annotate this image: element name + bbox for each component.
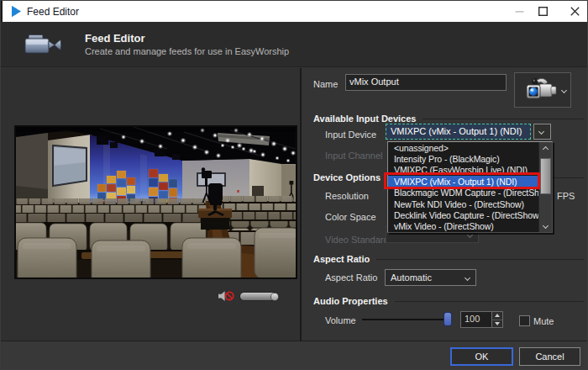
- maximize-icon: [538, 7, 548, 16]
- dialog-title: Feed Editor: [85, 32, 145, 45]
- volume-spin-input[interactable]: 100: [460, 311, 503, 328]
- aspect-ratio-combobox[interactable]: Automatic: [385, 269, 476, 286]
- close-button[interactable]: [558, 1, 588, 22]
- mute-label: Mute: [533, 316, 554, 326]
- dialog-header: Feed Editor Create and manage feeds for …: [1, 22, 587, 67]
- settings-panel: Name vMix Output: [302, 68, 588, 341]
- scrollbar-thumb[interactable]: [540, 158, 551, 194]
- dropdown-item[interactable]: VMIXPC (EasyWorship Live) (NDI): [388, 165, 540, 176]
- video-camera-icon: [525, 75, 559, 107]
- volume-slider[interactable]: [362, 313, 451, 326]
- fps-label: FPS: [557, 191, 575, 201]
- dropdown-scrollbar[interactable]: [538, 142, 552, 232]
- spin-down-button[interactable]: [492, 320, 502, 328]
- aspect-ratio-label: Aspect Ratio: [325, 272, 377, 283]
- video-preview: [14, 125, 297, 279]
- slider-track: [362, 319, 451, 320]
- preview-volume-slider[interactable]: [240, 293, 278, 300]
- titlebar: Feed Editor: [1, 1, 587, 22]
- dropdown-item-selected[interactable]: VMIXPC (vMix - Output 1) (NDI): [388, 176, 540, 187]
- scroll-down-arrow[interactable]: [539, 221, 552, 232]
- group-title: Device Options: [313, 172, 381, 182]
- dropdown-items: <unassigned> Intensity Pro - (BlackMagic…: [388, 142, 540, 232]
- dropdown-item[interactable]: Intensity Pro - (BlackMagic): [388, 153, 540, 164]
- scroll-up-arrow[interactable]: [539, 142, 552, 153]
- input-channel-label: Input Channel: [325, 151, 383, 161]
- maximize-button[interactable]: [526, 1, 559, 22]
- group-divider-line: [376, 259, 584, 260]
- group-audio-properties: Audio Properties: [313, 296, 584, 306]
- name-label: Name: [313, 79, 338, 89]
- triangle-up-icon: [495, 314, 500, 317]
- chevron-down-icon: [467, 232, 473, 238]
- cancel-button[interactable]: Cancel: [519, 347, 580, 366]
- chevron-down-icon: [561, 87, 567, 93]
- spin-up-button[interactable]: [492, 312, 502, 320]
- chevron-down-icon: [543, 222, 549, 228]
- chevron-down-icon: [465, 275, 470, 281]
- group-aspect-ratio: Aspect Ratio: [313, 254, 584, 264]
- video-standard-label: Video Standard: [325, 235, 389, 245]
- app-logo-icon: [10, 5, 23, 18]
- volume-value: 100: [465, 314, 480, 324]
- group-title: Audio Properties: [313, 296, 388, 306]
- minimize-icon: [515, 7, 524, 16]
- close-icon: [570, 7, 580, 16]
- spin-buttons: [491, 312, 502, 327]
- group-divider-line: [395, 301, 584, 302]
- dropdown-item[interactable]: NewTek NDI Video - (DirectShow): [388, 198, 540, 209]
- dropdown-item[interactable]: <unassigned>: [388, 142, 540, 153]
- dialog-body: Name vMix Output: [1, 68, 588, 341]
- camera-type-button[interactable]: [514, 72, 571, 108]
- triangle-down-icon: [495, 322, 500, 325]
- volume-label: Volume: [325, 315, 356, 325]
- chevron-up-icon: [543, 145, 549, 151]
- group-available-input-devices: Available Input Devices: [313, 114, 584, 124]
- group-title: Aspect Ratio: [313, 254, 370, 264]
- preview-panel: [1, 68, 300, 341]
- mute-checkbox[interactable]: [519, 315, 530, 326]
- chevron-down-icon: [538, 129, 544, 135]
- color-space-label: Color Space: [325, 212, 376, 222]
- group-title: Available Input Devices: [313, 114, 416, 124]
- muted-speaker-icon[interactable]: [218, 291, 234, 302]
- dialog-footer: OK Cancel: [1, 341, 588, 370]
- input-device-label: Input Device: [325, 130, 376, 140]
- input-device-dropdown-button[interactable]: [533, 124, 551, 140]
- input-device-combobox[interactable]: VMIXPC (vMix - Output 1) (NDI): [386, 124, 531, 140]
- resolution-label: Resolution: [325, 191, 369, 201]
- group-divider-line: [423, 119, 584, 119]
- preview-audio-controls: [218, 291, 286, 303]
- dialog-subtitle: Create and manage feeds for use in EasyW…: [85, 46, 289, 56]
- preview-volume-knob[interactable]: [271, 293, 278, 300]
- slider-thumb[interactable]: [444, 313, 451, 325]
- aspect-ratio-value: Automatic: [391, 272, 432, 283]
- video-camera-icon: [24, 33, 63, 58]
- dropdown-item[interactable]: vMix Video - (DirectShow): [388, 221, 540, 232]
- name-input[interactable]: vMix Output: [345, 74, 507, 91]
- dropdown-item[interactable]: Blackmagic WDM Capture - (DirectShow): [388, 188, 540, 198]
- feed-editor-window: Feed Editor Feed E: [0, 0, 588, 370]
- window-title: Feed Editor: [27, 6, 79, 18]
- ok-button[interactable]: OK: [450, 347, 513, 366]
- dropdown-item[interactable]: Decklink Video Capture - (DirectShow): [388, 209, 540, 220]
- input-device-dropdown-list: <unassigned> Intensity Pro - (BlackMagic…: [387, 141, 553, 233]
- preview-image: [16, 127, 296, 278]
